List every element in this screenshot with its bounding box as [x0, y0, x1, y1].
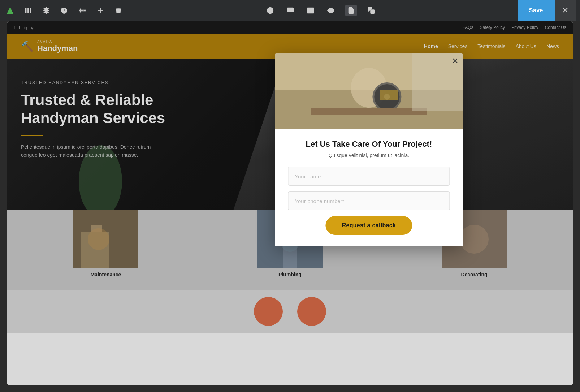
svg-rect-1	[25, 8, 27, 13]
modal-close-button[interactable]: ✕	[452, 57, 458, 65]
svg-point-6	[84, 10, 85, 11]
svg-rect-24	[371, 9, 375, 14]
avada-icon[interactable]	[4, 5, 16, 16]
svg-marker-0	[7, 7, 13, 14]
close-button[interactable]: ✕	[555, 0, 576, 21]
svg-rect-2	[27, 8, 29, 13]
column-icon[interactable]	[22, 5, 34, 16]
layers-icon[interactable]	[40, 5, 52, 16]
name-input[interactable]	[288, 167, 450, 186]
modal-title: Let Us Take Care Of Your Project!	[288, 139, 450, 149]
history-icon[interactable]	[59, 5, 70, 16]
phone-input[interactable]	[288, 191, 450, 210]
layout-icon[interactable]	[305, 5, 316, 16]
copy-icon[interactable]	[365, 5, 377, 16]
toolbar-left	[4, 5, 124, 16]
svg-rect-20	[307, 8, 314, 14]
help-icon[interactable]	[264, 5, 276, 16]
toolbar-center	[124, 5, 518, 16]
file-icon[interactable]	[345, 5, 357, 16]
trash-icon[interactable]	[113, 5, 124, 16]
site-wrapper: f t ig yt FAQs Safety Policy Privacy Pol…	[7, 21, 573, 385]
toolbar: Save ✕	[0, 0, 580, 21]
sliders-icon[interactable]	[77, 5, 88, 16]
desktop-icon[interactable]	[285, 5, 296, 16]
svg-rect-41	[311, 108, 427, 115]
save-button[interactable]: Save	[518, 0, 555, 21]
svg-rect-3	[30, 8, 31, 13]
modal: ✕ Let Us Take Care Of Your Project! Quis…	[275, 53, 463, 246]
svg-point-5	[80, 11, 81, 13]
svg-rect-40	[380, 90, 398, 100]
svg-point-4	[80, 9, 81, 10]
toolbar-right: Save ✕	[518, 0, 576, 21]
callback-button[interactable]: Request a callback	[325, 216, 412, 235]
plus-icon[interactable]	[95, 5, 106, 16]
svg-rect-17	[287, 8, 294, 12]
svg-point-23	[330, 9, 332, 12]
modal-subtitle: Quisque velit nisi, pretium ut lacinia.	[288, 152, 450, 158]
modal-image: ✕	[275, 53, 463, 129]
modal-body: Let Us Take Care Of Your Project! Quisqu…	[275, 129, 463, 246]
browser-window: f t ig yt FAQs Safety Policy Privacy Pol…	[7, 21, 573, 385]
eye-icon[interactable]	[325, 5, 337, 16]
